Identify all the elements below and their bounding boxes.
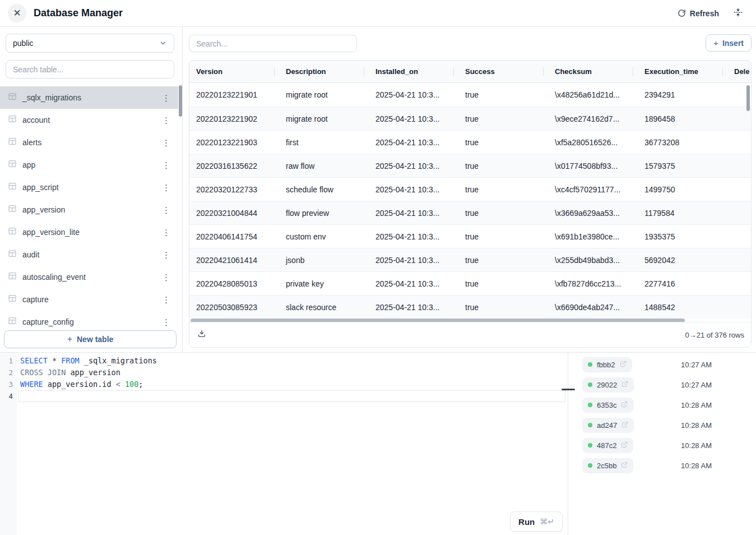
- cell-success[interactable]: true: [458, 272, 548, 295]
- cell-installed-on[interactable]: 2025-04-21 10:3...: [369, 225, 458, 248]
- table-row[interactable]: 20220428085013 private key 2025-04-21 10…: [189, 271, 752, 295]
- panel-resize-handle[interactable]: [562, 389, 575, 390]
- cell-checksum[interactable]: \x6690de4ab247...: [548, 296, 638, 319]
- cell-checksum[interactable]: \xf5a280516526...: [548, 131, 638, 154]
- external-link-icon[interactable]: [621, 400, 628, 410]
- table-row[interactable]: 20220316135622 raw flow 2025-04-21 10:3.…: [189, 154, 752, 177]
- cell-installed-on[interactable]: 2025-04-21 10:3...: [369, 178, 458, 201]
- cell-success[interactable]: true: [458, 248, 548, 271]
- code-line-1[interactable]: SELECT * FROM _sqlx_migrations: [17, 355, 568, 367]
- table-row[interactable]: 20220320122733 schedule flow 2025-04-21 …: [189, 177, 752, 201]
- cell-installed-on[interactable]: 2025-04-21 10:3...: [369, 131, 458, 154]
- cell-description[interactable]: jsonb: [279, 248, 369, 271]
- cell-deleted[interactable]: [727, 131, 752, 154]
- kebab-menu-icon[interactable]: ⋮: [160, 182, 173, 193]
- cell-version[interactable]: 20220123221902: [189, 107, 279, 130]
- cell-version[interactable]: 20220321004844: [189, 201, 279, 224]
- sidebar-item-app-version-lite[interactable]: app_version_lite ⋮: [0, 221, 178, 243]
- table-row[interactable]: 20220123221901 migrate root 2025-04-21 1…: [189, 83, 752, 107]
- cell-deleted[interactable]: [727, 272, 752, 295]
- cell-installed-on[interactable]: 2025-04-21 10:3...: [369, 154, 458, 177]
- sidebar-scrollbar[interactable]: [179, 85, 182, 117]
- vertical-scrollbar[interactable]: [746, 85, 750, 111]
- cell-success[interactable]: true: [458, 154, 548, 177]
- cell-checksum[interactable]: \x48256a61d21d...: [548, 83, 638, 107]
- sidebar-item-autoscaling-event[interactable]: autoscaling_event ⋮: [0, 266, 178, 288]
- cell-success[interactable]: true: [458, 296, 548, 319]
- code-line-2[interactable]: CROSS JOIN app_version: [17, 367, 568, 379]
- kebab-menu-icon[interactable]: ⋮: [160, 93, 173, 103]
- cell-execution-time[interactable]: 1179584: [638, 201, 727, 224]
- cell-checksum[interactable]: \x3669a629aa53...: [548, 201, 638, 224]
- kebab-menu-icon[interactable]: ⋮: [160, 294, 173, 305]
- run-link[interactable]: fbbb2: [582, 357, 632, 372]
- sidebar-item-alerts[interactable]: alerts ⋮: [0, 131, 178, 154]
- kebab-menu-icon[interactable]: ⋮: [160, 115, 173, 126]
- cell-success[interactable]: true: [458, 201, 548, 224]
- cell-success[interactable]: true: [458, 107, 548, 130]
- cell-execution-time[interactable]: 1488542: [638, 296, 727, 319]
- cell-checksum[interactable]: \x01774508bf93...: [548, 154, 638, 177]
- cell-deleted[interactable]: [727, 248, 752, 271]
- sidebar-item-sqlx-migrations[interactable]: _sqlx_migrations ⋮: [0, 86, 178, 109]
- kebab-menu-icon[interactable]: ⋮: [160, 250, 173, 260]
- cell-deleted[interactable]: [727, 201, 752, 224]
- cell-execution-time[interactable]: 1579375: [638, 154, 727, 177]
- cell-checksum[interactable]: \x255db49babd3...: [548, 248, 638, 271]
- sidebar-item-audit[interactable]: audit ⋮: [0, 243, 178, 266]
- sidebar-item-capture[interactable]: capture ⋮: [0, 288, 178, 311]
- schema-select[interactable]: public: [6, 34, 174, 53]
- cell-success[interactable]: true: [458, 225, 548, 248]
- cell-installed-on[interactable]: 2025-04-21 10:3...: [369, 272, 458, 295]
- cell-description[interactable]: first: [279, 131, 369, 154]
- external-link-icon[interactable]: [621, 440, 628, 450]
- cell-checksum[interactable]: \x691b1e3980ce...: [548, 225, 638, 248]
- cell-description[interactable]: slack resource: [279, 296, 369, 319]
- table-row[interactable]: 20220421061414 jsonb 2025-04-21 10:3... …: [189, 248, 752, 271]
- table-row[interactable]: 20220503085923 slack resource 2025-04-21…: [189, 295, 752, 319]
- run-button[interactable]: Run ⌘↵: [510, 511, 563, 532]
- cell-description[interactable]: flow preview: [279, 201, 369, 224]
- cell-description[interactable]: custom env: [279, 225, 369, 248]
- cell-execution-time[interactable]: 2277416: [638, 272, 727, 295]
- cell-description[interactable]: private key: [279, 272, 369, 295]
- run-link[interactable]: 6353c: [582, 398, 633, 413]
- cell-execution-time[interactable]: 1499750: [638, 178, 727, 201]
- cell-installed-on[interactable]: 2025-04-21 10:3...: [369, 201, 458, 224]
- cell-version[interactable]: 20220316135622: [189, 154, 279, 177]
- cell-execution-time[interactable]: 2394291: [638, 83, 727, 107]
- cell-execution-time[interactable]: 5692042: [638, 248, 727, 271]
- cell-deleted[interactable]: [727, 296, 752, 319]
- cell-description[interactable]: migrate root: [279, 83, 369, 107]
- cell-success[interactable]: true: [458, 178, 548, 201]
- cell-execution-time[interactable]: 36773208: [638, 131, 727, 154]
- cell-installed-on[interactable]: 2025-04-21 10:3...: [369, 296, 458, 319]
- cell-success[interactable]: true: [458, 131, 548, 154]
- refresh-button[interactable]: Refresh: [678, 9, 719, 18]
- external-link-icon[interactable]: [620, 359, 627, 370]
- kebab-menu-icon[interactable]: ⋮: [160, 205, 173, 215]
- external-link-icon[interactable]: [622, 380, 628, 390]
- external-link-icon[interactable]: [622, 420, 628, 430]
- insert-button[interactable]: + Insert: [706, 34, 752, 52]
- run-link[interactable]: 29022: [582, 377, 634, 393]
- kebab-menu-icon[interactable]: ⋮: [160, 227, 173, 238]
- sidebar-item-app[interactable]: app ⋮: [0, 154, 178, 176]
- table-search-input[interactable]: [6, 60, 174, 79]
- table-row[interactable]: 20220123221903 first 2025-04-21 10:3... …: [189, 130, 752, 154]
- kebab-menu-icon[interactable]: ⋮: [160, 137, 173, 148]
- cell-checksum[interactable]: \x9ece274162d7...: [548, 107, 638, 130]
- cell-version[interactable]: 20220503085923: [189, 296, 279, 319]
- sidebar-item-app-version[interactable]: app_version ⋮: [0, 199, 178, 221]
- cell-version[interactable]: 20220421061414: [189, 248, 279, 271]
- cell-version[interactable]: 20220406141754: [189, 225, 279, 248]
- close-button[interactable]: ✕: [8, 4, 26, 22]
- code-area[interactable]: SELECT * FROM _sqlx_migrations CROSS JOI…: [17, 355, 568, 402]
- sidebar-item-app-script[interactable]: app_script ⋮: [0, 176, 178, 199]
- cell-version[interactable]: 20220320122733: [189, 178, 279, 201]
- cell-installed-on[interactable]: 2025-04-21 10:3...: [369, 107, 458, 130]
- cell-execution-time[interactable]: 1896458: [638, 107, 727, 130]
- cell-version[interactable]: 20220123221903: [189, 131, 279, 154]
- run-link[interactable]: ad247: [582, 418, 634, 433]
- collapse-button[interactable]: [734, 8, 743, 19]
